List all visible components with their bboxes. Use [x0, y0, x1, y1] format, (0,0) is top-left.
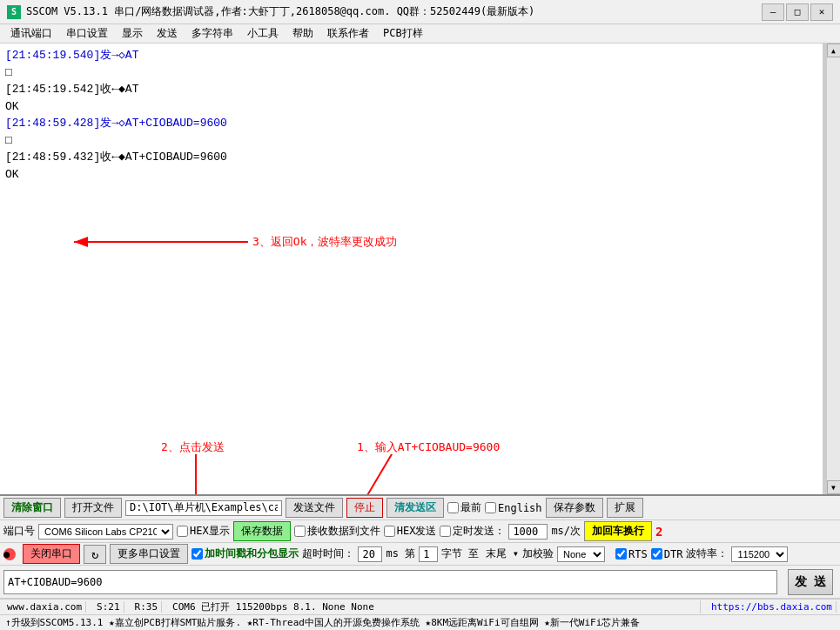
hex-send-label: HEX发送: [384, 524, 437, 539]
toolbar-row1: 清除窗口 打开文件 发送文件 停止 清发送区 最前 English 保存参数 扩…: [0, 496, 840, 520]
menu-bar: 通讯端口 串口设置 显示 发送 多字符串 小工具 帮助 联系作者 PCB打样: [0, 24, 840, 44]
save-data-button[interactable]: 保存数据: [233, 521, 291, 541]
timed-send-checkbox[interactable]: [440, 526, 451, 537]
menu-communications[interactable]: 通讯端口: [3, 24, 59, 43]
title-bar: S SSCOM V5.13.1 串口/网络数据调试器,作者:大虾丁丁,26180…: [0, 0, 840, 24]
svg-text:2、点击发送: 2、点击发送: [161, 440, 225, 453]
s-count: S:21: [93, 601, 124, 613]
scroll-up-button[interactable]: ▲: [827, 44, 841, 57]
timestamp-text: 加时间戳和分包显示: [205, 546, 299, 561]
menu-port-settings[interactable]: 串口设置: [59, 24, 115, 43]
close-port-button[interactable]: 关闭串口: [23, 544, 80, 564]
recv-file-text: 接收数据到文件: [307, 524, 380, 539]
refresh-button[interactable]: ↻: [84, 545, 106, 564]
timestamp-checkbox[interactable]: [192, 548, 203, 560]
content-wrapper: [21:45:19.540]发→◇AT □ [21:45:19.542]收←◆A…: [0, 44, 840, 494]
send-file-button[interactable]: 发送文件: [286, 498, 343, 518]
byte-start-input[interactable]: [419, 546, 438, 562]
send-button-area: 发 送: [781, 567, 840, 597]
close-button[interactable]: ✕: [810, 3, 833, 21]
send-input[interactable]: [3, 570, 777, 594]
carriage-return-button[interactable]: 加回车换行: [584, 521, 652, 541]
timestamp-label: 加时间戳和分包显示: [192, 546, 299, 561]
scroll-down-button[interactable]: ▼: [827, 480, 841, 494]
english-label: English: [498, 502, 542, 514]
maximize-button[interactable]: □: [786, 3, 809, 21]
dtr-checkbox[interactable]: [651, 548, 662, 560]
send-row: 发 送: [0, 566, 840, 599]
save-params-button[interactable]: 保存参数: [546, 498, 603, 518]
file-path-input[interactable]: [125, 500, 282, 516]
status-bar: www.daxia.com S:21 R:35 COM6 已打开 115200b…: [0, 599, 840, 614]
timeout-unit-label: ms 第: [386, 546, 415, 561]
recv-file-label: 接收数据到文件: [294, 524, 380, 539]
app-icon: S: [7, 5, 21, 19]
english-checkbox[interactable]: [485, 502, 496, 513]
indicator-2: 2: [655, 525, 662, 539]
clear-send-area-button[interactable]: 清发送区: [386, 498, 444, 518]
terminal-line-11: OK: [5, 166, 817, 184]
rts-checkbox[interactable]: [615, 548, 627, 560]
terminal-line-9: [21:48:59.432]收←◆AT+CIOBAUD=9600: [5, 149, 817, 166]
toolbar-row2: 端口号 COM6 Silicon Labs CP210x HEX显示 保存数据 …: [0, 520, 840, 543]
window-title: SSCOM V5.13.1 串口/网络数据调试器,作者:大虾丁丁,2618058…: [26, 4, 762, 19]
baudrate-label: 波特率：: [686, 546, 728, 561]
terminal-output[interactable]: [21:45:19.540]发→◇AT □ [21:45:19.542]收←◆A…: [0, 44, 826, 494]
open-file-button[interactable]: 打开文件: [64, 498, 122, 518]
bottom-toolbar: 清除窗口 打开文件 发送文件 停止 清发送区 最前 English 保存参数 扩…: [0, 494, 840, 599]
rts-text: RTS: [628, 548, 648, 560]
menu-display[interactable]: 显示: [115, 24, 150, 43]
checksum-select[interactable]: None: [557, 546, 605, 562]
menu-help[interactable]: 帮助: [286, 24, 320, 43]
hex-display-text: HEX显示: [190, 524, 230, 539]
more-settings-button[interactable]: 更多串口设置: [110, 544, 188, 564]
menu-multistring[interactable]: 多字符串: [185, 24, 240, 43]
menu-send[interactable]: 发送: [150, 24, 185, 43]
dtr-label: DTR: [651, 548, 683, 560]
stop-button[interactable]: 停止: [346, 498, 383, 518]
website-status: www.daxia.com: [3, 601, 86, 613]
hex-send-checkbox[interactable]: [384, 526, 395, 537]
svg-line-6: [331, 454, 392, 494]
timed-unit-label: ms/次: [551, 524, 581, 539]
rts-label: RTS: [615, 548, 648, 560]
port-label: 端口号: [3, 524, 35, 539]
website-right: https://bbs.daxia.com: [708, 601, 837, 613]
hex-display-checkbox[interactable]: [177, 526, 188, 537]
terminal-line-5: OK: [5, 98, 817, 116]
r-count: R:35: [131, 601, 163, 613]
terminal-line-2: □: [5, 64, 817, 82]
last-checkbox[interactable]: [447, 502, 459, 513]
timed-send-label: 定时发送：: [440, 524, 505, 539]
scroll-track[interactable]: [827, 57, 840, 480]
recv-file-checkbox[interactable]: [294, 526, 306, 537]
hex-display-label: HEX显示: [177, 524, 230, 539]
send-button[interactable]: 发 送: [788, 569, 833, 595]
terminal-wrapper: [21:45:19.540]发→◇AT □ [21:45:19.542]收←◆A…: [0, 44, 840, 494]
timeout-input[interactable]: [358, 546, 382, 562]
timed-value-input[interactable]: [508, 524, 548, 540]
last-label: 最前: [460, 500, 481, 515]
menu-pcb[interactable]: PCB打样: [376, 24, 430, 43]
menu-contact[interactable]: 联系作者: [320, 24, 376, 43]
english-checkbox-label: English: [485, 502, 542, 514]
port-select[interactable]: COM6 Silicon Labs CP210x: [38, 524, 173, 540]
byte-range-label: 字节 至 末尾 ▾: [441, 546, 519, 561]
main-area: [21:45:19.540]发→◇AT □ [21:45:19.542]收←◆A…: [0, 44, 840, 630]
menu-tools[interactable]: 小工具: [240, 24, 286, 43]
vertical-scrollbar[interactable]: ▲ ▼: [826, 44, 840, 494]
ticker-text: ↑升级到SSCOM5.13.1 ★嘉立创PCB打样SMT贴片服务. ★RT-Th…: [5, 616, 640, 629]
minimize-button[interactable]: —: [762, 3, 784, 21]
baudrate-select[interactable]: 115200: [731, 546, 788, 562]
terminal-line-7: [21:48:59.428]发→◇AT+CIOBAUD=9600: [5, 115, 817, 132]
dtr-text: DTR: [664, 548, 683, 560]
terminal-line-3: [21:45:19.542]收←◆AT: [5, 81, 817, 98]
hex-send-text: HEX发送: [397, 524, 437, 539]
ticker-bar: ↑升级到SSCOM5.13.1 ★嘉立创PCB打样SMT贴片服务. ★RT-Th…: [0, 614, 840, 630]
clear-window-button[interactable]: 清除窗口: [3, 498, 61, 518]
port-status-text: COM6 已打开 115200bps 8.1. None None: [169, 600, 701, 613]
rts-dtr-group: RTS DTR 波特率： 115200: [615, 546, 788, 562]
terminal-line-8: □: [5, 132, 817, 150]
expand-button[interactable]: 扩展: [607, 498, 643, 518]
port-status-indicator: ●: [3, 548, 16, 560]
